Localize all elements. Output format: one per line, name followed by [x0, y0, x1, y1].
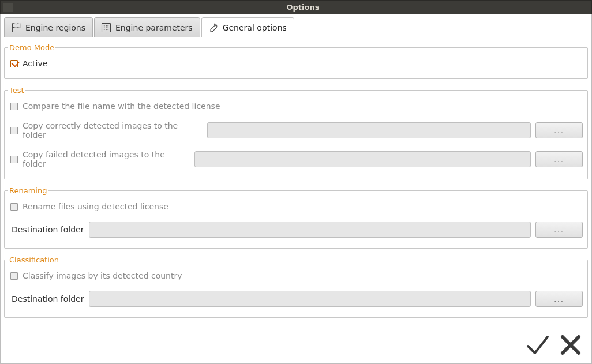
classify-checkbox[interactable] — [10, 272, 18, 280]
svg-point-3 — [108, 25, 109, 27]
rename-checkbox[interactable] — [10, 203, 18, 211]
window-title: Options — [17, 3, 589, 12]
svg-point-7 — [104, 29, 105, 31]
group-legend: Renaming — [8, 186, 48, 195]
active-label: Active — [23, 59, 47, 68]
renaming-browse-button[interactable]: ... — [535, 222, 583, 238]
classification-dest-input[interactable] — [89, 291, 531, 307]
compare-checkbox[interactable] — [10, 103, 18, 110]
tab-bar: Engine regions Engine parameters General… — [1, 14, 591, 37]
window-body: Engine regions Engine parameters General… — [0, 14, 592, 364]
tab-label: Engine regions — [25, 23, 85, 32]
group-test: Test Compare the file name with the dete… — [4, 86, 588, 179]
copy-fail-browse-button[interactable]: ... — [535, 151, 583, 167]
group-renaming: Renaming Rename files using detected lic… — [4, 186, 588, 249]
renaming-dest-input[interactable] — [89, 222, 531, 238]
tab-content: Demo Mode Active Test Compare the file n… — [1, 37, 591, 329]
active-checkbox[interactable] — [10, 60, 18, 67]
check-icon — [523, 331, 551, 359]
titlebar: Options — [0, 0, 592, 14]
svg-point-4 — [104, 27, 105, 28]
group-legend: Classification — [8, 256, 60, 264]
classification-browse-button[interactable]: ... — [535, 291, 583, 307]
svg-point-6 — [108, 27, 109, 28]
svg-point-10 — [215, 25, 216, 26]
svg-point-1 — [104, 25, 105, 27]
copy-ok-checkbox[interactable] — [10, 127, 18, 134]
classification-dest-label: Destination folder — [10, 294, 84, 303]
copy-fail-checkbox[interactable] — [10, 156, 18, 163]
svg-point-9 — [108, 29, 109, 31]
compare-label: Compare the file name with the detected … — [23, 102, 220, 111]
tab-label: General options — [223, 23, 287, 32]
classify-label: Classify images by its detected country — [23, 271, 182, 280]
group-demo-mode: Demo Mode Active — [4, 43, 588, 79]
copy-ok-label: Copy correctly detected images to the fo… — [23, 121, 203, 140]
group-classification: Classification Classify images by its de… — [4, 256, 588, 318]
wrench-icon — [208, 22, 219, 33]
svg-point-2 — [106, 25, 107, 27]
ok-button[interactable] — [523, 331, 551, 359]
dialog-footer — [1, 329, 591, 363]
window-icon — [3, 3, 13, 12]
svg-point-5 — [106, 27, 107, 28]
copy-fail-label: Copy failed detected images to the folde… — [23, 150, 190, 168]
group-legend: Test — [8, 86, 25, 95]
cancel-button[interactable] — [557, 331, 584, 359]
rename-label: Rename files using detected license — [23, 202, 168, 211]
flag-icon — [10, 22, 22, 33]
svg-point-8 — [106, 29, 107, 31]
tab-label: Engine parameters — [115, 23, 193, 32]
tab-engine-regions[interactable]: Engine regions — [4, 17, 93, 37]
copy-ok-browse-button[interactable]: ... — [535, 122, 583, 138]
params-icon — [100, 22, 112, 33]
tab-engine-parameters[interactable]: Engine parameters — [94, 17, 200, 37]
renaming-dest-label: Destination folder — [10, 225, 84, 234]
tab-general-options[interactable]: General options — [201, 17, 294, 37]
copy-fail-path-input[interactable] — [194, 151, 531, 167]
group-legend: Demo Mode — [8, 43, 55, 52]
close-icon — [557, 331, 584, 359]
copy-ok-path-input[interactable] — [207, 122, 531, 138]
